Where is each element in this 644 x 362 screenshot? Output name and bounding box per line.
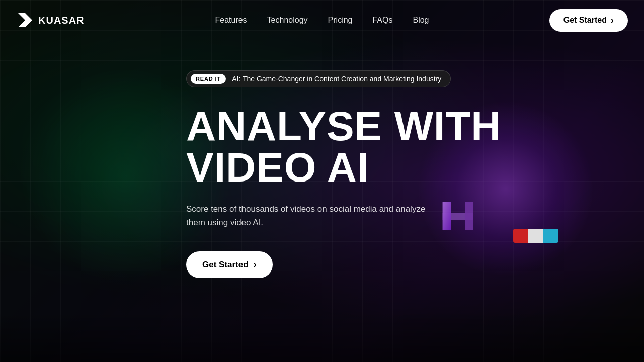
color-swatch-decoration [513,229,558,243]
nav-link-pricing[interactable]: Pricing [328,16,353,24]
nav-link-technology[interactable]: Technology [267,16,308,24]
hero-content: READ IT AI: The Game-Changer in Content … [186,70,501,278]
svg-marker-4 [18,13,32,27]
nav-item-pricing[interactable]: Pricing [328,16,353,25]
nav-cta-label: Get Started [564,16,607,25]
nav-cta-chevron: › [611,15,614,26]
hero-cta-button[interactable]: Get Started › [186,251,273,278]
nav-cta-button[interactable]: Get Started › [549,9,628,32]
hero-heading-line2: VIDEO AI [186,144,369,190]
navbar: KUASAR Features Technology Pricing FAQs … [0,0,644,40]
nav-links: Features Technology Pricing FAQs Blog [215,16,429,25]
hero-cta-label: Get Started [202,260,249,270]
swatch-cyan [543,229,558,243]
read-it-text: AI: The Game-Changer in Content Creation… [232,75,441,83]
nav-item-faqs[interactable]: FAQs [372,16,392,25]
nav-link-faqs[interactable]: FAQs [372,16,392,24]
hero-subtext: Score tens of thousands of videos on soc… [186,202,428,229]
read-it-badge: READ IT [191,74,226,84]
hero-heading: ANALYSE WITH VIDEO AI [186,106,501,188]
nav-link-blog[interactable]: Blog [413,16,429,24]
hero-cta-chevron: › [254,259,257,270]
swatch-red [513,229,528,243]
logo-icon [16,11,34,29]
read-it-banner[interactable]: READ IT AI: The Game-Changer in Content … [186,70,451,87]
bottom-fade [0,312,644,362]
hero-heading-line1: ANALYSE WITH [186,103,501,149]
nav-item-technology[interactable]: Technology [267,16,308,25]
nav-item-blog[interactable]: Blog [413,16,429,25]
nav-link-features[interactable]: Features [215,16,247,24]
swatch-white [528,229,543,243]
brand-name: KUASAR [38,15,85,26]
nav-item-features[interactable]: Features [215,16,247,25]
logo-link[interactable]: KUASAR [16,11,85,29]
